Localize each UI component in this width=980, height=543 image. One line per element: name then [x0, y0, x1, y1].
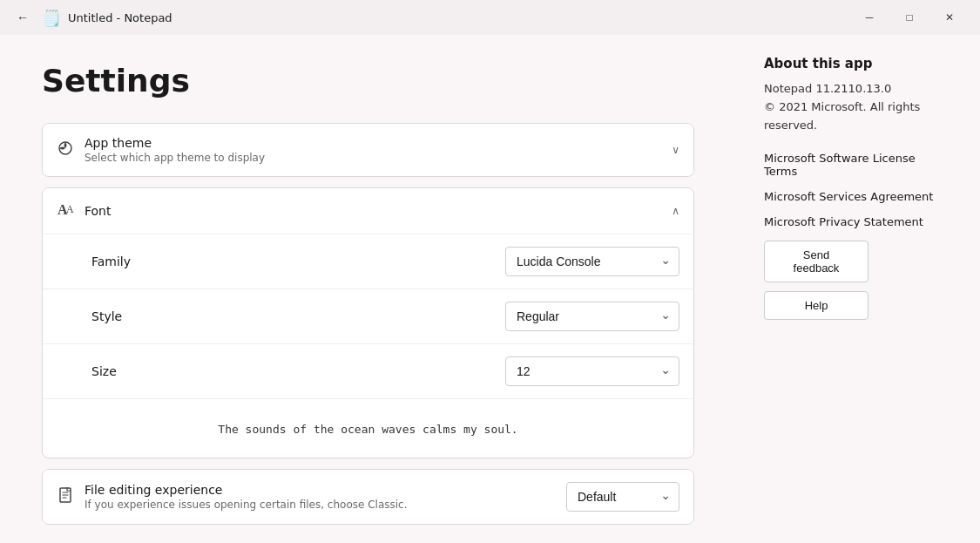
font-text: Font — [84, 204, 672, 218]
file-editing-text: File editing experience If you experienc… — [84, 483, 566, 511]
font-size-select[interactable]: 8 9 10 11 12 14 16 18 20 — [505, 356, 679, 386]
settings-panel: Settings App theme Select which app them… — [0, 35, 736, 543]
file-editing-select-wrapper: Default Classic — [566, 482, 679, 512]
app-theme-chevron: ∨ — [672, 144, 679, 156]
file-editing-icon — [57, 486, 84, 507]
notepad-icon: 🗒️ — [42, 9, 61, 27]
theme-icon — [57, 139, 84, 160]
app-theme-label: App theme — [84, 136, 672, 150]
app-theme-row[interactable]: App theme Select which app theme to disp… — [43, 124, 693, 176]
app-theme-desc: Select which app theme to display — [84, 152, 672, 164]
window-title: Untitled - Notepad — [68, 11, 849, 24]
font-chevron: ∧ — [672, 205, 679, 217]
font-style-select-wrapper: Regular Bold Italic Bold Italic — [505, 302, 679, 331]
titlebar: ← 🗒️ Untitled - Notepad ─ □ ✕ — [0, 0, 980, 35]
send-feedback-button[interactable]: Send feedback — [764, 241, 868, 282]
font-family-label: Family — [91, 255, 505, 268]
window-controls: ─ □ ✕ — [849, 0, 970, 35]
font-family-select[interactable]: Lucida Console Consolas Courier New Aria… — [505, 247, 679, 276]
file-editing-label: File editing experience — [84, 483, 566, 497]
app-theme-text: App theme Select which app theme to disp… — [84, 136, 672, 164]
font-family-row: Family Lucida Console Consolas Courier N… — [43, 234, 693, 288]
font-style-select[interactable]: Regular Bold Italic Bold Italic — [505, 302, 679, 331]
svg-text:A: A — [66, 203, 74, 215]
services-agreement-link[interactable]: Microsoft Services Agreement — [764, 190, 952, 203]
file-editing-row[interactable]: File editing experience If you experienc… — [43, 470, 693, 524]
file-editing-select[interactable]: Default Classic — [566, 482, 679, 512]
font-size-row: Size 8 9 10 11 12 14 16 18 20 — [43, 343, 693, 398]
font-label: Font — [84, 204, 672, 218]
minimize-button[interactable]: ─ — [849, 0, 889, 35]
font-family-select-wrapper: Lucida Console Consolas Courier New Aria… — [505, 247, 679, 276]
font-preview-text: The sounds of the ocean waves calms my s… — [218, 423, 517, 436]
license-terms-link[interactable]: Microsoft Software License Terms — [764, 152, 952, 178]
help-button[interactable]: Help — [764, 291, 868, 320]
font-style-row: Style Regular Bold Italic Bold Italic — [43, 288, 693, 343]
font-expanded: Family Lucida Console Consolas Courier N… — [43, 234, 693, 458]
font-size-label: Size — [91, 364, 505, 378]
app-body: Settings App theme Select which app them… — [0, 35, 980, 543]
file-editing-section: File editing experience If you experienc… — [42, 469, 694, 525]
maximize-button[interactable]: □ — [889, 0, 929, 35]
font-size-select-wrapper: 8 9 10 11 12 14 16 18 20 — [505, 356, 679, 386]
about-version: Notepad 11.2110.13.0 © 2021 Microsoft. A… — [764, 80, 952, 134]
app-theme-section: App theme Select which app theme to disp… — [42, 123, 694, 177]
file-editing-desc: If you experience issues opening certain… — [84, 499, 566, 511]
page-title: Settings — [42, 63, 694, 98]
close-button[interactable]: ✕ — [929, 0, 970, 35]
font-preview-row: The sounds of the ocean waves calms my s… — [43, 398, 693, 458]
settings-sidebar: About this app Notepad 11.2110.13.0 © 20… — [736, 35, 980, 543]
privacy-statement-link[interactable]: Microsoft Privacy Statement — [764, 215, 952, 228]
font-section: A A Font ∧ Family Lucida Console Cons — [42, 187, 694, 458]
font-icon: A A — [57, 200, 84, 221]
back-button[interactable]: ← — [10, 5, 35, 30]
font-style-label: Style — [91, 309, 505, 323]
font-header[interactable]: A A Font ∧ — [43, 188, 693, 234]
about-title: About this app — [764, 56, 952, 71]
